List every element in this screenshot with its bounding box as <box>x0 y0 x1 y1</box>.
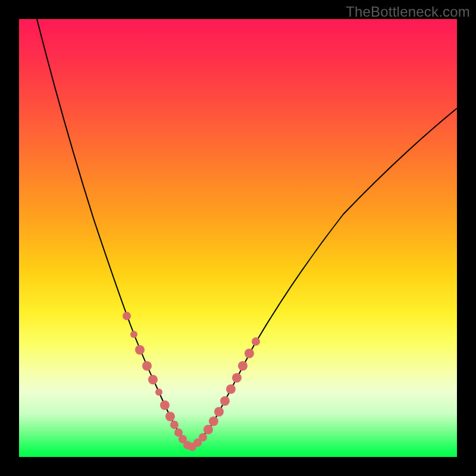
data-marker <box>199 433 207 441</box>
data-marker <box>165 412 175 421</box>
data-marker <box>209 416 218 426</box>
marker-group <box>123 312 260 451</box>
data-marker <box>142 361 152 371</box>
watermark-text: TheBottleneck.com <box>346 4 470 20</box>
data-marker <box>155 389 162 396</box>
data-marker <box>148 375 158 384</box>
data-marker <box>214 407 224 416</box>
data-marker <box>170 421 178 429</box>
curve-right-branch <box>189 108 457 448</box>
data-marker <box>130 331 137 338</box>
chart-container: TheBottleneck.com <box>0 0 476 476</box>
plot-area <box>19 19 457 457</box>
data-marker <box>245 349 254 358</box>
data-marker <box>238 361 248 371</box>
data-marker <box>232 373 242 383</box>
curve-left-branch <box>37 19 189 448</box>
data-marker <box>220 396 230 406</box>
data-marker <box>252 337 260 346</box>
data-marker <box>160 400 170 410</box>
data-marker <box>123 312 131 320</box>
data-marker <box>135 345 145 355</box>
data-marker <box>203 425 213 434</box>
data-marker <box>226 384 236 394</box>
curve-layer <box>19 19 457 457</box>
